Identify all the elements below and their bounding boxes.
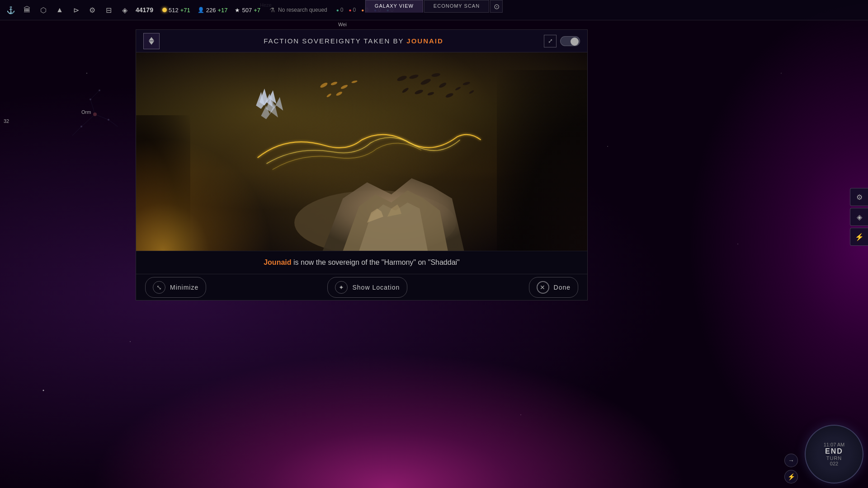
minibar-item-1: ● 0 [336, 7, 344, 13]
svg-line-5 [108, 120, 118, 127]
end-turn-button[interactable]: 11:07 AM END TURN 022 [805, 425, 863, 483]
filter-icon[interactable]: ⊟ [102, 4, 115, 16]
svg-point-24 [431, 73, 441, 78]
svg-line-2 [90, 99, 95, 114]
resource-bar: 512 +71 👤 226 +17 ★ 507 +7 [162, 7, 260, 14]
toggle-knob [571, 38, 579, 46]
svg-point-30 [455, 86, 461, 91]
svg-point-21 [396, 75, 407, 82]
end-turn-container: 11:07 AM END TURN 022 [789, 421, 868, 488]
svg-line-4 [72, 127, 81, 136]
faction-arrows [149, 37, 154, 45]
modal-description: Jounaid is now the sovereign of the "Har… [136, 251, 587, 274]
chevron-down-icon [149, 41, 154, 45]
modal-title-player: JOUNAID [406, 37, 443, 45]
modal-scene-image [136, 52, 587, 251]
svg-point-28 [427, 91, 434, 96]
modal-header: FACTION SOVEREIGNTY TAKEN BY JOUNAID ⤢ [136, 30, 587, 52]
minimize-button[interactable]: ⤡ Minimize [145, 277, 206, 298]
svg-point-6 [93, 113, 97, 116]
svg-point-8 [108, 119, 109, 121]
svg-point-10 [99, 89, 100, 91]
population-income: +17 [217, 7, 227, 14]
turn-counter: 44179 [136, 6, 153, 14]
export-button[interactable]: ⤢ [544, 35, 557, 47]
end-label: END [825, 447, 843, 455]
influence-resource: ★ 507 +7 [235, 7, 260, 14]
svg-point-19 [326, 93, 331, 98]
rock-formation [249, 142, 497, 251]
svg-line-3 [90, 90, 99, 99]
turn-sublabel: TURN [826, 455, 842, 461]
star-label-32: 32 [4, 118, 9, 124]
modal-title-prefix: FACTION SOVEREIGNTY TAKEN BY [264, 37, 404, 45]
svg-point-18 [351, 80, 358, 84]
svg-line-0 [95, 114, 108, 120]
influence-value: 507 [242, 7, 252, 14]
population-icon: 👤 [198, 7, 204, 13]
tab-galaxy-view[interactable]: GALAXY VIEW [365, 0, 423, 13]
ships-icon[interactable]: ⊳ [70, 4, 82, 16]
svg-point-17 [340, 84, 348, 89]
svg-point-29 [445, 92, 454, 99]
toggle-switch[interactable] [560, 36, 580, 46]
population-value: 226 [206, 7, 216, 14]
minibar-item-2: ● 0 [349, 7, 356, 13]
svg-point-27 [414, 89, 424, 95]
svg-point-32 [469, 90, 475, 94]
nebula-bottom [90, 352, 687, 488]
minimize-icon: ⤡ [153, 281, 165, 294]
svg-line-1 [81, 114, 95, 127]
right-panel-buttons: ⚙ ◈ ⚡ [850, 188, 868, 246]
location-icon: ✦ [335, 281, 348, 294]
modal-panel: FACTION SOVEREIGNTY TAKEN BY JOUNAID ⤢ [136, 29, 588, 300]
influence-income: +7 [254, 7, 260, 14]
modal-actions: ⤢ [544, 35, 580, 47]
svg-point-25 [438, 82, 447, 89]
turn-number: 022 [830, 461, 838, 466]
credits-value: 512 [169, 7, 179, 14]
player-name-desc: Jounaid [264, 258, 291, 266]
description-suffix: is now the sovereign of the "Harmony" on… [292, 258, 460, 266]
chevron-up-icon [149, 37, 154, 41]
credits-resource: 512 +71 [162, 7, 190, 14]
current-time: 11:07 AM [824, 442, 844, 447]
credits-icon [162, 8, 167, 12]
star-label-orm: Orm [81, 109, 91, 115]
ground-icon[interactable]: ▲ [53, 4, 66, 16]
influence-icon: ★ [235, 7, 240, 14]
population-resource: 👤 226 +17 [198, 7, 228, 14]
research-bar: ⚗ No research queued [269, 6, 327, 14]
svg-point-26 [401, 87, 409, 94]
research-icon: ⚗ [269, 6, 275, 14]
svg-point-22 [409, 74, 419, 80]
svg-point-15 [319, 82, 328, 89]
modal-title: FACTION SOVEREIGNTY TAKEN BY JOUNAID [163, 37, 544, 45]
scan-icon[interactable]: ⊙ [490, 0, 503, 13]
right-settings-button[interactable]: ⚙ [850, 188, 868, 206]
tab-economy-scan[interactable]: ECONOMY SCAN [424, 0, 489, 13]
svg-point-16 [330, 81, 338, 86]
show-location-label: Show Location [352, 284, 400, 291]
nav-icons: ⚓ 🏛 ⬡ ▲ ⊳ ⚙ ⊟ ◈ [5, 4, 131, 16]
done-label: Done [554, 284, 571, 291]
done-icon: ✕ [537, 281, 549, 294]
nebula-right [687, 0, 868, 488]
svg-point-23 [420, 78, 432, 86]
star-label-wei: Wei [338, 22, 347, 27]
svg-point-20 [335, 91, 343, 96]
right-map-button[interactable]: ◈ [850, 208, 868, 226]
show-location-button[interactable]: ✦ Show Location [327, 277, 407, 298]
faction-icon [143, 33, 160, 49]
done-button[interactable]: ✕ Done [529, 277, 578, 298]
svg-point-7 [90, 99, 91, 100]
fleet-icon[interactable]: ⚓ [5, 4, 17, 16]
constellation-map [0, 0, 136, 271]
diplomacy-icon[interactable]: 🏛 [21, 4, 33, 16]
modal-description-text: Jounaid is now the sovereign of the "Har… [147, 258, 576, 267]
buildings-icon[interactable]: ⬡ [37, 4, 50, 16]
settings-icon[interactable]: ⚙ [86, 4, 99, 16]
map-icon[interactable]: ◈ [118, 4, 131, 16]
svg-point-9 [80, 126, 82, 127]
right-action-button[interactable]: ⚡ [850, 228, 868, 246]
